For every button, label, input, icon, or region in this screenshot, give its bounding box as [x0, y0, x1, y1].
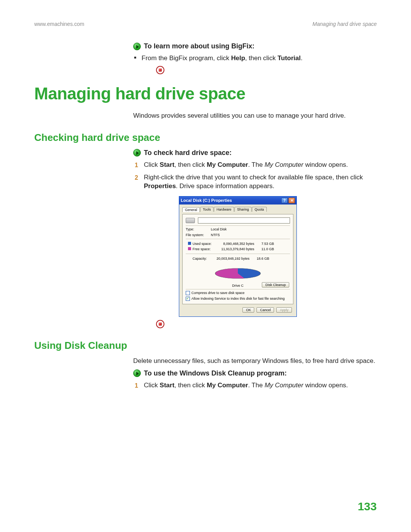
- compress-label: Compress drive to save disk space: [191, 291, 245, 295]
- text: From the BigFix program, click: [142, 54, 231, 62]
- used-gb: 7.53 GB: [256, 241, 276, 246]
- capacity-gb: 18.6 GB: [252, 256, 271, 261]
- divider: [186, 225, 290, 226]
- stop-icon: [156, 320, 164, 328]
- close-button[interactable]: ✕: [288, 198, 295, 203]
- tab-panel-general: Type: Local Disk File system: NTFS Used …: [182, 214, 293, 304]
- task-label: To check hard drive space:: [144, 149, 232, 157]
- tab-tools[interactable]: Tools: [200, 207, 213, 212]
- task-head-cleanup: To use the Windows Disk Cleanup program:: [133, 369, 377, 377]
- drive-label-input[interactable]: [198, 217, 290, 224]
- running-header: www.emachines.com Managing hard drive sp…: [34, 21, 377, 27]
- compress-checkbox-row[interactable]: Compress drive to save disk space: [186, 291, 290, 295]
- tab-strip: General Tools Hardware Sharing Quota: [182, 207, 293, 212]
- play-icon: [133, 149, 141, 157]
- hdd-icon: [186, 218, 195, 223]
- text: window opens.: [303, 161, 348, 168]
- indexing-checkbox-row[interactable]: Allow Indexing Service to index this dis…: [186, 297, 290, 301]
- tab-sharing[interactable]: Sharing: [234, 207, 252, 212]
- dialog-title: Local Disk (C:) Properties: [181, 198, 232, 203]
- task-head-bigfix: To learn more about using BigFix:: [133, 42, 377, 50]
- type-value: Local Disk: [211, 227, 290, 231]
- text: . Drive space information appears.: [176, 182, 274, 190]
- section-check: To check hard drive space: 1 Click Start…: [34, 149, 377, 328]
- fs-value: NTFS: [211, 233, 290, 237]
- page-title: Managing hard drive space: [34, 84, 377, 103]
- play-icon: [133, 369, 141, 377]
- intro-block: Windows provides several utilities you c…: [34, 112, 377, 120]
- table-row: Capacity: 20,003,848,192 bytes 18.6 GB: [186, 256, 271, 261]
- indexing-label: Allow Indexing Service to index this dis…: [191, 297, 285, 300]
- text: . The: [248, 161, 264, 168]
- text-bold: Properties: [144, 182, 176, 190]
- cleanup-intro: Delete unnecessary files, such as tempor…: [133, 357, 377, 366]
- text: window opens.: [303, 382, 348, 389]
- page-number: 133: [358, 500, 377, 513]
- type-row: Type: Local Disk: [186, 227, 290, 231]
- titlebar-buttons: ? ✕: [281, 198, 295, 203]
- numbered-list: 1 Click Start, then click My Computer. T…: [133, 381, 377, 390]
- help-button[interactable]: ?: [281, 198, 288, 203]
- text: Click: [144, 161, 160, 168]
- free-bytes: 11,913,379,840 bytes: [214, 247, 256, 251]
- text: , then click: [174, 382, 207, 389]
- text-bold: Start: [160, 161, 175, 168]
- disk-cleanup-button[interactable]: Disk Cleanup: [262, 282, 289, 288]
- table-row: Used space: 8,090,468,352 bytes 7.53 GB: [186, 241, 276, 246]
- text: Right-click the drive that you want to c…: [144, 174, 363, 181]
- task-head-check: To check hard drive space:: [133, 149, 377, 157]
- text-bold: Start: [160, 382, 175, 389]
- ok-button[interactable]: OK: [242, 307, 254, 313]
- list-item: From the BigFix program, click Help, the…: [142, 54, 377, 63]
- numbered-list: 1 Click Start, then click My Computer. T…: [133, 161, 377, 191]
- section-bigfix-tail: To learn more about using BigFix: From t…: [34, 42, 377, 74]
- text-italic: My Computer: [264, 382, 303, 389]
- text: Click: [144, 382, 160, 389]
- bullet-list: From the BigFix program, click Help, the…: [133, 54, 377, 63]
- checkbox-icon[interactable]: [186, 291, 190, 295]
- text: , then click: [245, 54, 277, 62]
- used-swatch: [188, 242, 191, 245]
- tab-hardware[interactable]: Hardware: [214, 207, 234, 212]
- cancel-button[interactable]: Cancel: [256, 307, 274, 313]
- dialog-titlebar: Local Disk (C:) Properties ? ✕: [179, 197, 296, 204]
- play-icon: [133, 43, 141, 50]
- text-bold: My Computer: [207, 161, 248, 168]
- section-cleanup: Delete unnecessary files, such as tempor…: [34, 357, 377, 390]
- task-label: To learn more about using BigFix:: [144, 42, 255, 50]
- stop-icon: [156, 66, 164, 74]
- text-italic: My Computer: [264, 161, 303, 168]
- list-item: 1 Click Start, then click My Computer. T…: [144, 161, 377, 169]
- used-bytes: 8,090,468,352 bytes: [214, 241, 256, 246]
- text-bold: My Computer: [207, 382, 248, 389]
- step-number: 1: [135, 382, 138, 390]
- intro-text: Windows provides several utilities you c…: [133, 112, 377, 120]
- free-swatch: [188, 247, 191, 250]
- capacity-table: Capacity: 20,003,848,192 bytes 18.6 GB: [186, 256, 272, 262]
- fs-row: File system: NTFS: [186, 233, 290, 237]
- divider: [186, 289, 290, 289]
- fs-label: File system:: [186, 233, 208, 237]
- subheading-diskcleanup: Using Disk Cleanup: [34, 340, 377, 351]
- tab-general[interactable]: General: [182, 207, 200, 212]
- capacity-label: Capacity:: [193, 257, 207, 260]
- type-label: Type:: [186, 227, 208, 231]
- text-bold: Help: [231, 54, 245, 62]
- apply-button[interactable]: Apply: [276, 307, 292, 313]
- page: www.emachines.com Managing hard drive sp…: [0, 0, 411, 409]
- list-item: 2 Right-click the drive that you want to…: [144, 173, 377, 191]
- drive-name-row: [186, 217, 290, 224]
- properties-dialog: Local Disk (C:) Properties ? ✕ General T…: [179, 196, 297, 317]
- task-label: To use the Windows Disk Cleanup program:: [144, 369, 287, 377]
- text: . The: [248, 382, 264, 389]
- dialog-footer: OK Cancel Apply: [182, 304, 293, 313]
- dialog-body: General Tools Hardware Sharing Quota Typ…: [179, 204, 296, 316]
- tab-quota[interactable]: Quota: [252, 207, 267, 212]
- header-url: www.emachines.com: [34, 21, 84, 27]
- capacity-bytes: 20,003,848,192 bytes: [209, 256, 251, 261]
- table-row: Free space: 11,913,379,840 bytes 11.0 GB: [186, 247, 276, 251]
- step-number: 2: [135, 174, 138, 182]
- pie-chart: [215, 268, 261, 279]
- checkbox-icon[interactable]: [186, 297, 190, 301]
- text-bold: Tutorial: [277, 54, 301, 62]
